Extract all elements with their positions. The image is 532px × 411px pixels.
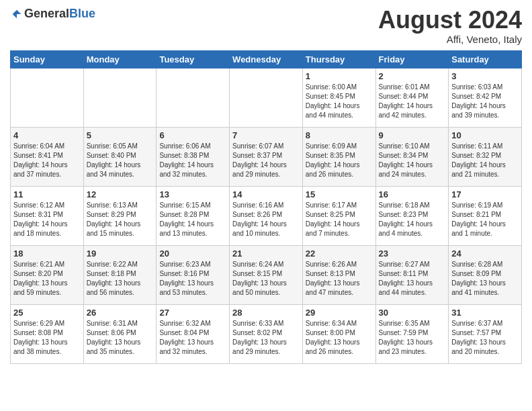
calendar-cell: 7Sunrise: 6:07 AM Sunset: 8:37 PM Daylig…: [230, 127, 303, 186]
calendar-cell: 31Sunrise: 6:37 AM Sunset: 7:57 PM Dayli…: [449, 304, 522, 363]
day-number: 5: [87, 130, 154, 140]
month-title: August 2024: [378, 7, 522, 34]
weekday-header-sunday: Sunday: [11, 50, 84, 68]
day-info: Sunrise: 6:29 AM Sunset: 8:08 PM Dayligh…: [13, 319, 81, 357]
day-info: Sunrise: 6:18 AM Sunset: 8:23 PM Dayligh…: [379, 201, 446, 238]
calendar-cell: 22Sunrise: 6:26 AM Sunset: 8:13 PM Dayli…: [302, 245, 375, 304]
day-info: Sunrise: 6:10 AM Sunset: 8:34 PM Dayligh…: [379, 142, 446, 179]
day-info: Sunrise: 6:22 AM Sunset: 8:18 PM Dayligh…: [87, 260, 154, 298]
day-number: 1: [306, 71, 373, 81]
day-info: Sunrise: 6:15 AM Sunset: 8:28 PM Dayligh…: [159, 201, 226, 238]
day-info: Sunrise: 6:31 AM Sunset: 8:06 PM Dayligh…: [87, 319, 154, 357]
day-info: Sunrise: 6:16 AM Sunset: 8:26 PM Dayligh…: [232, 201, 300, 238]
calendar-cell: 18Sunrise: 6:21 AM Sunset: 8:20 PM Dayli…: [11, 245, 84, 304]
day-info: Sunrise: 6:27 AM Sunset: 8:11 PM Dayligh…: [379, 260, 446, 298]
calendar-cell: 5Sunrise: 6:05 AM Sunset: 8:40 PM Daylig…: [83, 127, 157, 186]
day-number: 23: [379, 248, 446, 259]
weekday-header-thursday: Thursday: [302, 50, 375, 68]
calendar-cell: 20Sunrise: 6:23 AM Sunset: 8:16 PM Dayli…: [157, 245, 230, 304]
logo-text-general: General: [24, 7, 69, 20]
day-number: 29: [306, 308, 373, 318]
day-number: 11: [13, 189, 81, 199]
day-number: 3: [451, 71, 519, 81]
day-info: Sunrise: 6:19 AM Sunset: 8:21 PM Dayligh…: [451, 201, 519, 238]
weekday-header-wednesday: Wednesday: [230, 50, 303, 68]
day-number: 9: [379, 130, 446, 140]
calendar-cell: 26Sunrise: 6:31 AM Sunset: 8:06 PM Dayli…: [83, 304, 157, 363]
day-number: 26: [87, 308, 154, 318]
logo: GeneralBlue: [10, 7, 95, 21]
calendar-cell: 4Sunrise: 6:04 AM Sunset: 8:41 PM Daylig…: [11, 127, 84, 186]
calendar-cell: 25Sunrise: 6:29 AM Sunset: 8:08 PM Dayli…: [11, 304, 84, 363]
calendar-week-5: 25Sunrise: 6:29 AM Sunset: 8:08 PM Dayli…: [11, 304, 522, 363]
calendar-cell: 11Sunrise: 6:12 AM Sunset: 8:31 PM Dayli…: [11, 186, 84, 245]
logo-icon: [11, 8, 23, 20]
day-info: Sunrise: 6:05 AM Sunset: 8:40 PM Dayligh…: [87, 142, 154, 179]
logo-text-blue: Blue: [69, 7, 95, 20]
calendar-cell: 3Sunrise: 6:03 AM Sunset: 8:42 PM Daylig…: [449, 68, 522, 127]
day-number: 25: [13, 308, 81, 318]
weekday-header-friday: Friday: [375, 50, 449, 68]
day-number: 6: [159, 130, 226, 140]
day-info: Sunrise: 6:37 AM Sunset: 7:57 PM Dayligh…: [451, 319, 519, 357]
day-number: 17: [451, 189, 519, 199]
day-number: 24: [451, 248, 519, 259]
day-number: 13: [159, 189, 226, 199]
day-number: 7: [232, 130, 300, 140]
day-number: 31: [451, 308, 519, 318]
day-number: 21: [232, 248, 300, 259]
weekday-header-saturday: Saturday: [449, 50, 522, 68]
day-info: Sunrise: 6:09 AM Sunset: 8:35 PM Dayligh…: [306, 142, 373, 179]
month-title-area: August 2024 Affi, Veneto, Italy: [378, 7, 522, 45]
weekday-header-row: SundayMondayTuesdayWednesdayThursdayFrid…: [11, 50, 522, 68]
day-info: Sunrise: 6:35 AM Sunset: 7:59 PM Dayligh…: [379, 319, 446, 357]
calendar-cell: 9Sunrise: 6:10 AM Sunset: 8:34 PM Daylig…: [375, 127, 449, 186]
day-number: 30: [379, 308, 446, 318]
calendar-week-3: 11Sunrise: 6:12 AM Sunset: 8:31 PM Dayli…: [11, 186, 522, 245]
calendar-cell: [230, 68, 303, 127]
day-number: 15: [306, 189, 373, 199]
calendar-week-1: 1Sunrise: 6:00 AM Sunset: 8:45 PM Daylig…: [11, 68, 522, 127]
day-info: Sunrise: 6:32 AM Sunset: 8:04 PM Dayligh…: [159, 319, 226, 357]
day-info: Sunrise: 6:26 AM Sunset: 8:13 PM Dayligh…: [306, 260, 373, 298]
calendar-cell: 29Sunrise: 6:34 AM Sunset: 8:00 PM Dayli…: [302, 304, 375, 363]
calendar-cell: 21Sunrise: 6:24 AM Sunset: 8:15 PM Dayli…: [230, 245, 303, 304]
day-info: Sunrise: 6:23 AM Sunset: 8:16 PM Dayligh…: [159, 260, 226, 298]
calendar-cell: [157, 68, 230, 127]
calendar-cell: [83, 68, 157, 127]
calendar-cell: 10Sunrise: 6:11 AM Sunset: 8:32 PM Dayli…: [449, 127, 522, 186]
calendar-cell: 6Sunrise: 6:06 AM Sunset: 8:38 PM Daylig…: [157, 127, 230, 186]
day-info: Sunrise: 6:34 AM Sunset: 8:00 PM Dayligh…: [306, 319, 373, 357]
day-number: 16: [379, 189, 446, 199]
day-number: 4: [13, 130, 81, 140]
calendar-cell: 23Sunrise: 6:27 AM Sunset: 8:11 PM Dayli…: [375, 245, 449, 304]
day-info: Sunrise: 6:11 AM Sunset: 8:32 PM Dayligh…: [451, 142, 519, 179]
day-number: 12: [87, 189, 154, 199]
day-info: Sunrise: 6:17 AM Sunset: 8:25 PM Dayligh…: [306, 201, 373, 238]
page-header: GeneralBlue August 2024 Affi, Veneto, It…: [10, 7, 522, 45]
calendar-cell: 16Sunrise: 6:18 AM Sunset: 8:23 PM Dayli…: [375, 186, 449, 245]
calendar-cell: 1Sunrise: 6:00 AM Sunset: 8:45 PM Daylig…: [302, 68, 375, 127]
calendar-cell: 2Sunrise: 6:01 AM Sunset: 8:44 PM Daylig…: [375, 68, 449, 127]
day-info: Sunrise: 6:04 AM Sunset: 8:41 PM Dayligh…: [13, 142, 81, 179]
calendar-cell: [11, 68, 84, 127]
day-info: Sunrise: 6:03 AM Sunset: 8:42 PM Dayligh…: [451, 83, 519, 120]
day-number: 2: [379, 71, 446, 81]
day-number: 27: [159, 308, 226, 318]
calendar-week-4: 18Sunrise: 6:21 AM Sunset: 8:20 PM Dayli…: [11, 245, 522, 304]
location-title: Affi, Veneto, Italy: [378, 34, 522, 45]
calendar-week-2: 4Sunrise: 6:04 AM Sunset: 8:41 PM Daylig…: [11, 127, 522, 186]
day-number: 8: [306, 130, 373, 140]
calendar-cell: 28Sunrise: 6:33 AM Sunset: 8:02 PM Dayli…: [230, 304, 303, 363]
day-info: Sunrise: 6:01 AM Sunset: 8:44 PM Dayligh…: [379, 83, 446, 120]
calendar-cell: 8Sunrise: 6:09 AM Sunset: 8:35 PM Daylig…: [302, 127, 375, 186]
day-info: Sunrise: 6:28 AM Sunset: 8:09 PM Dayligh…: [451, 260, 519, 298]
day-info: Sunrise: 6:06 AM Sunset: 8:38 PM Dayligh…: [159, 142, 226, 179]
calendar-cell: 17Sunrise: 6:19 AM Sunset: 8:21 PM Dayli…: [449, 186, 522, 245]
calendar-cell: 13Sunrise: 6:15 AM Sunset: 8:28 PM Dayli…: [157, 186, 230, 245]
day-number: 14: [232, 189, 300, 199]
day-number: 10: [451, 130, 519, 140]
day-number: 18: [13, 248, 81, 259]
day-info: Sunrise: 6:13 AM Sunset: 8:29 PM Dayligh…: [87, 201, 154, 238]
day-info: Sunrise: 6:00 AM Sunset: 8:45 PM Dayligh…: [306, 83, 373, 120]
